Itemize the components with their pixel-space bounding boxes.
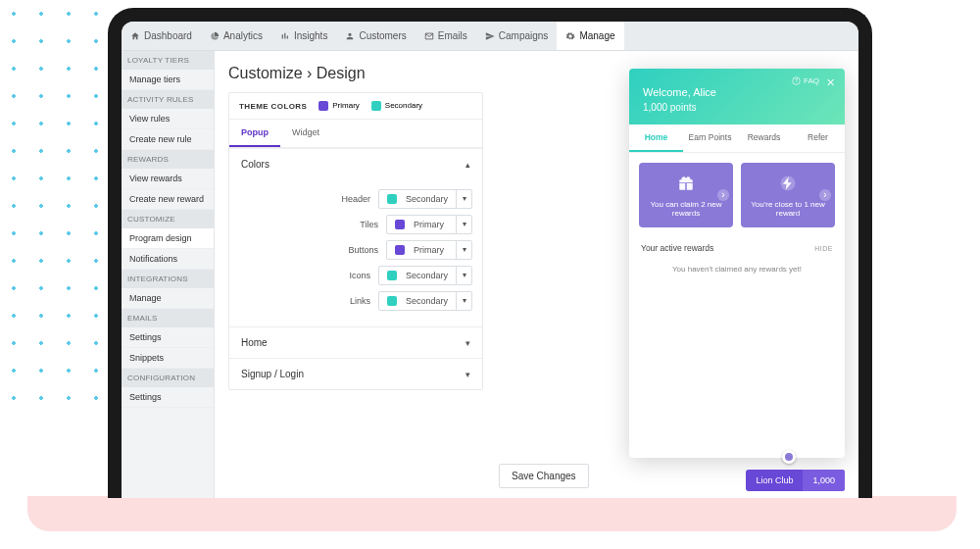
- nav-campaigns[interactable]: Campaigns: [476, 22, 558, 50]
- chevron-down-icon: ▾: [466, 338, 470, 348]
- widget-toggle[interactable]: [782, 450, 796, 464]
- nav-dashboard[interactable]: Dashboard: [122, 22, 201, 50]
- nav-customers[interactable]: Customers: [336, 22, 415, 50]
- widget-card-close[interactable]: You're close to 1 new reward ›: [741, 163, 835, 227]
- laptop-screen: DashboardAnalyticsInsightsCustomersEmail…: [108, 8, 872, 498]
- sidebar-head: Configuration: [122, 369, 214, 387]
- theme-secondary: Secondary: [371, 101, 422, 111]
- chevron-down-icon: ▾: [456, 292, 471, 310]
- chevron-right-icon: ›: [819, 189, 831, 201]
- tier-badge[interactable]: Lion Club1,000: [746, 470, 845, 491]
- widget-preview: ? FAQ ✕ Welcome, Alice 1,000 points Home…: [629, 69, 845, 458]
- theme-primary: Primary: [318, 101, 360, 111]
- sidebar: Loyalty TiersManage tiersActivity RulesV…: [122, 51, 215, 498]
- design-panel: THEME COLORS Primary Secondary Popup Wid…: [228, 92, 483, 390]
- chevron-down-icon: ▾: [466, 370, 470, 379]
- sidebar-item-settings[interactable]: Settings: [122, 327, 214, 348]
- nav-insights[interactable]: Insights: [271, 22, 336, 50]
- color-select-icons[interactable]: Secondary▾: [378, 266, 472, 285]
- color-row-icons: IconsSecondary▾: [239, 266, 472, 285]
- sidebar-head: Rewards: [122, 150, 214, 169]
- sidebar-head: Integrations: [122, 270, 214, 288]
- sidebar-item-create-new-reward[interactable]: Create new reward: [122, 189, 214, 210]
- gift-icon: [677, 175, 695, 192]
- widget-header: ? FAQ ✕ Welcome, Alice 1,000 points: [629, 69, 845, 125]
- color-row-links: LinksSecondary▾: [239, 291, 472, 311]
- sidebar-head: Activity Rules: [122, 90, 214, 109]
- users-icon: [345, 31, 355, 41]
- sidebar-head: Customize: [122, 210, 214, 228]
- pie-icon: [210, 31, 220, 41]
- widget-welcome: Welcome, Alice: [643, 86, 831, 98]
- gear-icon: [565, 31, 575, 41]
- color-row-header: HeaderSecondary▾: [239, 189, 472, 209]
- chevron-down-icon: ▾: [456, 241, 471, 259]
- subtab-popup[interactable]: Popup: [229, 120, 280, 147]
- widget-tab-earn-points[interactable]: Earn Points: [683, 125, 737, 152]
- color-select-tiles[interactable]: Primary▾: [386, 215, 472, 234]
- widget-tab-refer[interactable]: Refer: [791, 125, 845, 152]
- sidebar-head: Loyalty Tiers: [122, 51, 214, 70]
- hide-link[interactable]: HIDE: [814, 245, 833, 252]
- chevron-down-icon: ▾: [456, 190, 471, 208]
- theme-colors-label: THEME COLORS: [239, 102, 307, 111]
- section-colors[interactable]: Colors▴: [229, 148, 482, 179]
- color-row-tiles: TilesPrimary▾: [239, 215, 472, 234]
- subtab-widget[interactable]: Widget: [280, 120, 331, 147]
- section-home[interactable]: Home▾: [229, 326, 482, 358]
- sidebar-item-manage-tiers[interactable]: Manage tiers: [122, 70, 214, 90]
- widget-card-claim[interactable]: You can claim 2 new rewards ›: [639, 163, 733, 227]
- chevron-down-icon: ▾: [456, 267, 471, 284]
- home-icon: [130, 31, 140, 41]
- bars-icon: [280, 31, 290, 41]
- top-nav: DashboardAnalyticsInsightsCustomersEmail…: [122, 22, 858, 51]
- color-select-header[interactable]: Secondary▾: [378, 189, 472, 209]
- section-signup[interactable]: Signup / Login▾: [229, 358, 482, 389]
- color-row-buttons: ButtonsPrimary▾: [239, 240, 472, 260]
- chevron-down-icon: ▾: [456, 216, 471, 233]
- faq-link[interactable]: ? FAQ: [792, 76, 819, 85]
- laptop-base: [27, 496, 956, 531]
- mail-icon: [424, 31, 434, 41]
- sidebar-item-manage[interactable]: Manage: [122, 288, 214, 309]
- sidebar-item-view-rules[interactable]: View rules: [122, 109, 214, 129]
- bolt-icon: [779, 175, 797, 192]
- nav-emails[interactable]: Emails: [416, 22, 476, 50]
- color-select-links[interactable]: Secondary▾: [378, 291, 472, 311]
- widget-tab-rewards[interactable]: Rewards: [737, 125, 791, 152]
- svg-text:?: ?: [795, 77, 798, 83]
- nav-analytics[interactable]: Analytics: [201, 22, 271, 50]
- close-icon[interactable]: ✕: [826, 76, 835, 89]
- page-title: Customize › Design: [228, 65, 483, 82]
- empty-rewards: You haven't claimed any rewards yet!: [629, 259, 845, 287]
- sidebar-item-settings[interactable]: Settings: [122, 387, 214, 408]
- sidebar-head: Emails: [122, 309, 214, 327]
- save-button[interactable]: Save Changes: [499, 464, 589, 488]
- widget-tab-home[interactable]: Home: [629, 125, 683, 152]
- active-rewards-label: Your active rewards: [641, 243, 713, 253]
- sidebar-item-notifications[interactable]: Notifications: [122, 249, 214, 270]
- chevron-up-icon: ▴: [466, 160, 470, 170]
- sidebar-item-program-design[interactable]: Program design: [122, 228, 214, 249]
- sidebar-item-create-new-rule[interactable]: Create new rule: [122, 129, 214, 150]
- color-select-buttons[interactable]: Primary▾: [386, 240, 472, 260]
- sidebar-item-snippets[interactable]: Snippets: [122, 348, 214, 369]
- chevron-right-icon: ›: [717, 189, 729, 201]
- sidebar-item-view-rewards[interactable]: View rewards: [122, 169, 214, 189]
- nav-manage[interactable]: Manage: [557, 22, 623, 50]
- theme-colors-row: THEME COLORS Primary Secondary: [229, 93, 482, 120]
- send-icon: [485, 31, 495, 41]
- widget-points: 1,000 points: [643, 102, 831, 113]
